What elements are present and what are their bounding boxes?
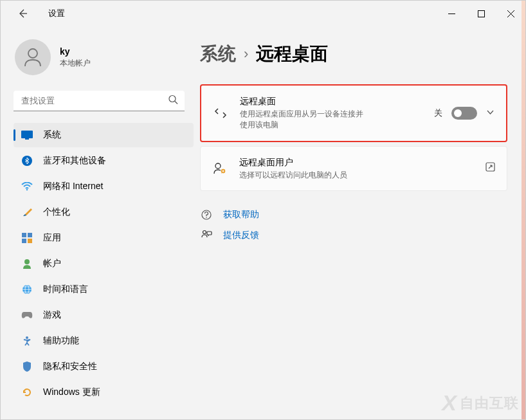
decorative-edge xyxy=(521,1,525,419)
svg-point-2 xyxy=(169,96,176,102)
svg-rect-0 xyxy=(478,10,484,17)
sidebar-item-windows-update[interactable]: Windows 更新 xyxy=(14,380,194,405)
search-icon xyxy=(168,95,178,107)
minimize-icon xyxy=(448,10,455,17)
sidebar-item-apps[interactable]: 应用 xyxy=(14,226,194,250)
svg-rect-8 xyxy=(28,233,32,237)
brush-icon xyxy=(21,206,33,218)
update-icon xyxy=(21,387,33,398)
main-content: 系统 › 远程桌面 远程桌面 使用远程桌面应用从另一设备连接并使用该电脑 关 xyxy=(194,26,525,419)
remote-desktop-icon xyxy=(213,106,228,120)
svg-point-14 xyxy=(26,336,28,339)
feedback-icon xyxy=(200,230,213,241)
gamepad-icon xyxy=(21,309,33,321)
chevron-down-icon[interactable] xyxy=(486,107,494,119)
back-arrow-icon xyxy=(17,8,28,19)
svg-point-6 xyxy=(26,189,28,190)
svg-point-1 xyxy=(28,49,37,58)
globe-icon xyxy=(21,284,33,295)
sidebar-item-personalization[interactable]: 个性化 xyxy=(14,200,194,224)
minimize-button[interactable] xyxy=(437,4,466,23)
breadcrumb: 系统 › 远程桌面 xyxy=(200,42,507,66)
svg-point-15 xyxy=(215,163,221,169)
sidebar-item-system[interactable]: 系统 xyxy=(14,123,194,147)
get-help-link[interactable]: 获取帮助 xyxy=(200,209,507,221)
nav-list: 系统 蓝牙和其他设备 网络和 Internet 个性化 应用 帐户 xyxy=(14,123,194,405)
remote-desktop-toggle[interactable] xyxy=(451,107,477,120)
system-icon xyxy=(21,129,33,141)
sidebar-item-label: 网络和 Internet xyxy=(43,181,103,192)
user-name: ky xyxy=(60,46,91,57)
close-icon xyxy=(507,10,514,17)
sidebar-item-label: 系统 xyxy=(43,129,61,141)
back-button[interactable] xyxy=(11,2,34,25)
sidebar-item-bluetooth[interactable]: 蓝牙和其他设备 xyxy=(14,149,194,173)
search-box xyxy=(14,91,185,111)
sidebar-item-accounts[interactable]: 帐户 xyxy=(14,251,194,276)
bluetooth-icon xyxy=(21,155,33,167)
sidebar-item-label: 隐私和安全性 xyxy=(43,361,97,372)
sidebar-item-label: 应用 xyxy=(43,232,61,244)
remote-desktop-card[interactable]: 远程桌面 使用远程桌面应用从另一设备连接并使用该电脑 关 xyxy=(200,84,507,142)
window-title: 设置 xyxy=(48,8,65,19)
users-icon xyxy=(212,161,228,176)
svg-rect-21 xyxy=(207,232,212,235)
svg-rect-3 xyxy=(21,131,33,138)
sidebar-item-time-language[interactable]: 时间和语言 xyxy=(14,277,194,302)
card-title: 远程桌面用户 xyxy=(239,157,474,169)
sidebar-item-label: 游戏 xyxy=(43,309,61,321)
user-type: 本地帐户 xyxy=(60,58,91,69)
link-text: 获取帮助 xyxy=(223,209,259,221)
user-section[interactable]: ky 本地帐户 xyxy=(14,39,194,75)
link-text: 提供反馈 xyxy=(223,230,259,241)
sidebar-item-label: 个性化 xyxy=(43,206,70,218)
svg-rect-4 xyxy=(25,138,29,140)
shield-icon xyxy=(21,361,33,372)
watermark: X 自由互联 xyxy=(442,390,519,415)
svg-rect-9 xyxy=(22,239,26,243)
wifi-icon xyxy=(21,181,33,192)
svg-point-11 xyxy=(24,259,30,264)
maximize-icon xyxy=(478,10,485,17)
breadcrumb-parent[interactable]: 系统 xyxy=(200,42,236,66)
breadcrumb-current: 远程桌面 xyxy=(256,42,328,66)
person-icon xyxy=(21,258,33,269)
svg-rect-7 xyxy=(22,233,26,237)
svg-point-20 xyxy=(203,231,206,234)
chevron-right-icon: › xyxy=(244,46,248,62)
maximize-button[interactable] xyxy=(466,4,496,23)
help-icon xyxy=(200,209,213,221)
svg-point-19 xyxy=(206,217,207,219)
sidebar-item-gaming[interactable]: 游戏 xyxy=(14,303,194,327)
remote-desktop-users-card[interactable]: 远程桌面用户 选择可以远程访问此电脑的人员 xyxy=(200,146,507,192)
user-icon xyxy=(21,46,44,69)
svg-rect-10 xyxy=(28,239,32,243)
titlebar: 设置 xyxy=(1,1,525,26)
card-title: 远程桌面 xyxy=(240,96,422,107)
sidebar-item-label: 帐户 xyxy=(43,258,61,269)
external-link-icon[interactable] xyxy=(485,162,495,174)
sidebar-item-label: 辅助功能 xyxy=(43,335,79,347)
card-desc: 使用远程桌面应用从另一设备连接并使用该电脑 xyxy=(240,109,368,131)
apps-icon xyxy=(21,232,33,244)
sidebar-item-label: Windows 更新 xyxy=(43,387,100,398)
card-desc: 选择可以远程访问此电脑的人员 xyxy=(239,170,474,181)
toggle-state-label: 关 xyxy=(434,107,442,119)
give-feedback-link[interactable]: 提供反馈 xyxy=(200,230,507,241)
search-input[interactable] xyxy=(14,91,185,111)
sidebar-item-privacy[interactable]: 隐私和安全性 xyxy=(14,354,194,379)
sidebar-item-label: 蓝牙和其他设备 xyxy=(43,155,106,167)
avatar xyxy=(15,39,51,75)
sidebar-item-accessibility[interactable]: 辅助功能 xyxy=(14,329,194,353)
sidebar-item-label: 时间和语言 xyxy=(43,284,88,295)
sidebar: ky 本地帐户 系统 蓝牙和其他设备 网络和 Internet xyxy=(1,26,194,419)
accessibility-icon xyxy=(21,335,33,347)
sidebar-item-network[interactable]: 网络和 Internet xyxy=(14,174,194,199)
